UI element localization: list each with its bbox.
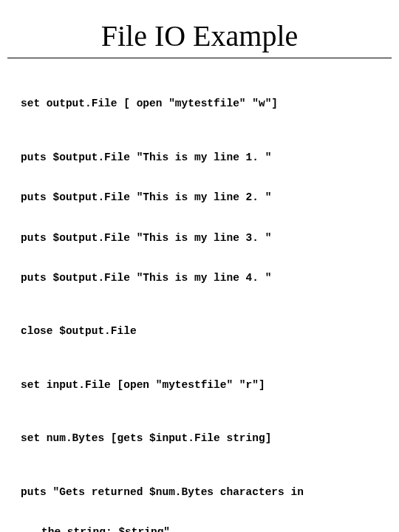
page-title: File IO Example	[15, 21, 384, 52]
code-block: set output.File [ open "mytestfile" "w"]…	[15, 58, 384, 532]
code-line: close $output.File	[21, 324, 378, 338]
code-line: puts $output.File "This is my line 1. "	[21, 151, 378, 164]
code-line: the string: $string"	[21, 525, 378, 532]
code-line: puts $output.File "This is my line 2. "	[21, 191, 378, 204]
code-line: puts $output.File "This is my line 3. "	[21, 231, 378, 245]
code-line: set output.File [ open "mytestfile" "w"]	[21, 97, 378, 110]
slide: File IO Example set output.File [ open "…	[0, 0, 399, 532]
code-line: set input.File [open "mytestfile" "r"]	[21, 378, 378, 392]
code-line: puts $output.File "This is my line 4. "	[21, 271, 378, 284]
code-line: set num.Bytes [gets $input.File string]	[21, 432, 378, 445]
code-line: puts "Gets returned $num.Bytes character…	[21, 485, 378, 499]
